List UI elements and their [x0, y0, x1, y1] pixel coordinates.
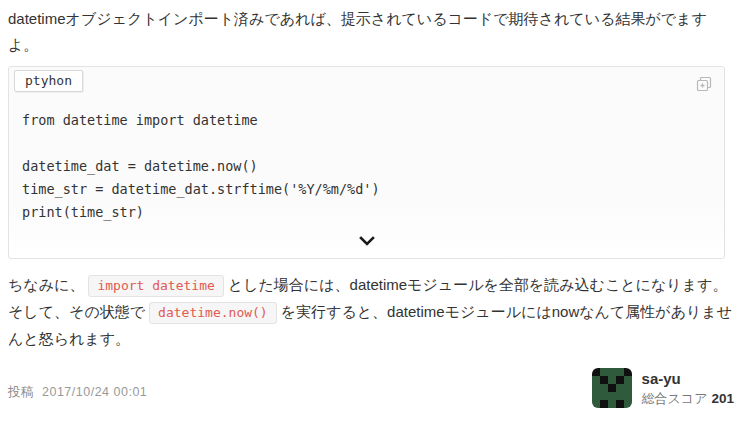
code-block: ptyhon from datetime import datetime dat… [8, 66, 725, 259]
chevron-down-icon [359, 234, 375, 249]
score-label: 総合スコア [642, 391, 708, 406]
code-language-tab: ptyhon [14, 70, 83, 92]
user-score: 総合スコア201 [642, 389, 734, 408]
inline-code-import-datetime: import datetime [88, 275, 223, 297]
answer-note-paragraph-1: ちなみに、import datetimeとした場合には、datetimeモジュー… [8, 272, 734, 299]
answer-lead-paragraph: datetimeオブジェクトインポート済みであれば、提示されているコードで期待さ… [8, 6, 734, 58]
code-content[interactable]: from datetime import datetime datetime_d… [22, 109, 704, 224]
answer-note-paragraph-2: そして、その状態でdatetime.now()を実行すると、datetimeモジ… [8, 299, 734, 352]
avatar[interactable] [592, 368, 632, 408]
score-value: 201 [711, 391, 734, 406]
posted-datetime: 2017/10/24 00:01 [42, 385, 147, 399]
copy-code-button[interactable] [696, 76, 712, 92]
answer-footer: 投稿2017/10/24 00:01 sa-yu 総合スコア201 [8, 368, 736, 408]
note1-text-after: とした場合には、datetimeモジュールを全部を読み込むことになります。 [228, 276, 728, 293]
note1-text-before: ちなみに、 [8, 276, 84, 293]
username[interactable]: sa-yu [642, 369, 734, 389]
posted-label: 投稿 [8, 385, 34, 399]
note2-text-before: そして、その状態で [8, 303, 145, 320]
copy-icon [696, 80, 712, 95]
answer-body: datetimeオブジェクトインポート済みであれば、提示されているコードで期待さ… [0, 0, 744, 408]
user-meta: sa-yu 総合スコア201 [642, 368, 734, 408]
user-card[interactable]: sa-yu 総合スコア201 [592, 368, 734, 408]
expand-code-button[interactable] [359, 236, 375, 246]
post-timestamp: 投稿2017/10/24 00:01 [8, 384, 147, 401]
inline-code-datetime-now: datetime.now() [149, 302, 277, 324]
